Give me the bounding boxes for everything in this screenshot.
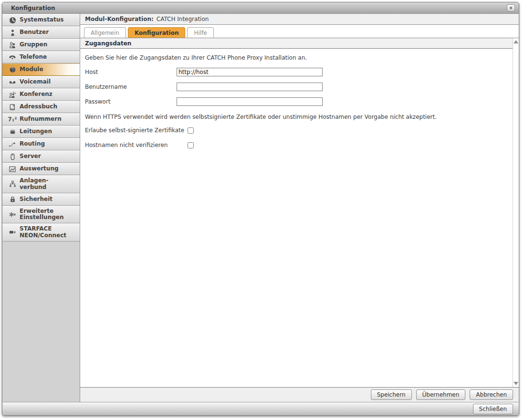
group-icon bbox=[6, 42, 19, 49]
sidebar-item-rufnummern[interactable]: 7₁² Rufnummern bbox=[2, 113, 80, 126]
module-footer: Speichern Übernehmen Abbrechen bbox=[80, 387, 519, 402]
sidebar-item-leitungen[interactable]: Leitungen bbox=[2, 126, 80, 138]
save-button[interactable]: Speichern bbox=[371, 389, 412, 400]
self-signed-cert-checkbox[interactable] bbox=[188, 127, 194, 134]
intro-text: Geben Sie hier die Zugangsdaten zu Ihrer… bbox=[85, 54, 507, 61]
sidebar-item-server[interactable]: Server bbox=[2, 150, 80, 163]
sidebar-item-label: Konferenz bbox=[20, 91, 52, 98]
sidebar-item-label: Voicemail bbox=[20, 79, 51, 85]
sidebar-item-sicherheit[interactable]: Sicherheit bbox=[2, 193, 80, 206]
passwort-label: Passwort bbox=[85, 98, 177, 105]
sidebar-item-label: Gruppen bbox=[20, 42, 47, 48]
passwort-input[interactable] bbox=[177, 97, 323, 106]
network-icon bbox=[6, 180, 19, 188]
voicemail-icon bbox=[6, 79, 19, 86]
tab-bar: Allgemein Konfiguration Hilfe bbox=[80, 25, 519, 38]
module-header-title: Modul-Konfiguration: bbox=[85, 16, 154, 22]
benutzername-label: Benutzername bbox=[85, 84, 177, 90]
main-panel: Modul-Konfiguration: CATCH Integration A… bbox=[80, 14, 519, 402]
cube-icon bbox=[6, 66, 19, 74]
sidebar-item-telefone[interactable]: Telefone bbox=[2, 51, 80, 63]
clock-icon bbox=[6, 17, 19, 24]
sidebar-item-label: STARFACENEON/Connect bbox=[20, 226, 66, 239]
sidebar-item-erweiterte-einstellungen[interactable]: ErweiterteEinstellungen bbox=[2, 206, 80, 224]
routing-icon bbox=[6, 141, 19, 148]
hostname-verify-row: Hostnamen nicht verifizieren bbox=[85, 142, 507, 148]
phone-numbers-icon: 7₁² bbox=[6, 116, 19, 123]
module-header: Modul-Konfiguration: CATCH Integration bbox=[80, 14, 519, 25]
sidebar-item-anlagenverbund[interactable]: Anlagen-verbund bbox=[2, 175, 80, 193]
hostname-verify-checkbox[interactable] bbox=[188, 142, 194, 148]
sidebar-filler bbox=[2, 242, 80, 402]
window-title: Konfiguration bbox=[11, 5, 507, 11]
plug-icon bbox=[6, 128, 19, 136]
configuration-dialog: Konfiguration × Systemstatus Benutzer bbox=[2, 2, 519, 416]
conference-icon bbox=[6, 91, 19, 98]
sidebar-item-benutzer[interactable]: Benutzer bbox=[2, 26, 80, 39]
host-row: Host bbox=[85, 68, 507, 76]
sidebar: Systemstatus Benutzer Gruppen Telefone bbox=[2, 14, 80, 402]
self-signed-cert-row: Erlaube selbst-signierte Zertifikate bbox=[85, 127, 507, 134]
passwort-row: Passwort bbox=[85, 97, 507, 106]
sidebar-item-systemstatus[interactable]: Systemstatus bbox=[2, 14, 80, 26]
video-camera-icon bbox=[6, 229, 19, 236]
hostname-verify-label: Hostnamen nicht verifizieren bbox=[85, 142, 188, 148]
user-icon bbox=[6, 29, 19, 36]
scroll-down-icon[interactable] bbox=[514, 382, 518, 385]
phone-icon bbox=[6, 54, 19, 61]
sidebar-item-routing[interactable]: Routing bbox=[2, 138, 80, 150]
form-area: Geben Sie hier die Zugangsdaten zu Ihrer… bbox=[80, 49, 519, 387]
sidebar-item-label: Sicherheit bbox=[20, 196, 52, 203]
tab-hilfe[interactable]: Hilfe bbox=[187, 27, 213, 38]
sidebar-item-adressbuch[interactable]: Adressbuch bbox=[2, 101, 80, 113]
section-header: Zugangsdaten bbox=[80, 38, 519, 49]
scroll-up-icon[interactable] bbox=[514, 40, 518, 43]
sidebar-item-label: Rufnummern bbox=[20, 116, 62, 123]
tab-content: Zugangsdaten Geben Sie hier die Zugangsd… bbox=[80, 38, 519, 387]
cancel-button[interactable]: Abbrechen bbox=[470, 389, 513, 400]
benutzername-row: Benutzername bbox=[85, 83, 507, 91]
sidebar-item-label: Routing bbox=[20, 141, 45, 147]
advanced-settings-icon bbox=[6, 211, 19, 218]
sidebar-item-module[interactable]: Module bbox=[2, 63, 80, 76]
sidebar-item-label: Telefone bbox=[20, 54, 47, 61]
sidebar-item-label: Leitungen bbox=[20, 128, 52, 135]
module-header-value: CATCH Integration bbox=[157, 16, 209, 22]
sidebar-item-label: Server bbox=[20, 153, 41, 160]
sidebar-item-voicemail[interactable]: Voicemail bbox=[2, 76, 80, 88]
apply-button[interactable]: Übernehmen bbox=[416, 389, 466, 400]
self-signed-cert-label: Erlaube selbst-signierte Zertifikate bbox=[85, 127, 188, 134]
lock-icon bbox=[6, 196, 19, 203]
sidebar-item-label: Anlagen-verbund bbox=[20, 178, 48, 191]
sidebar-item-label: Module bbox=[20, 66, 43, 73]
title-bar: Konfiguration × bbox=[2, 2, 519, 14]
sidebar-item-label: Benutzer bbox=[20, 29, 49, 36]
close-icon[interactable]: × bbox=[507, 4, 515, 11]
sidebar-item-label: Adressbuch bbox=[20, 104, 57, 110]
close-button[interactable]: Schließen bbox=[473, 404, 513, 414]
server-icon bbox=[6, 153, 19, 160]
tab-allgemein[interactable]: Allgemein bbox=[84, 27, 126, 38]
sidebar-item-konferenz[interactable]: Konferenz bbox=[2, 88, 80, 101]
benutzername-input[interactable] bbox=[177, 83, 323, 91]
sidebar-item-label: ErweiterteEinstellungen bbox=[20, 208, 63, 221]
sidebar-item-label: Auswertung bbox=[20, 166, 59, 172]
scrollbar[interactable] bbox=[513, 38, 519, 387]
tab-konfiguration[interactable]: Konfiguration bbox=[128, 27, 186, 38]
host-label: Host bbox=[85, 69, 177, 75]
window-footer: Schließen bbox=[2, 402, 519, 415]
sidebar-item-starface-neon-connect[interactable]: STARFACENEON/Connect bbox=[2, 223, 80, 242]
sidebar-item-label: Systemstatus bbox=[20, 17, 63, 23]
address-book-icon bbox=[6, 104, 19, 111]
host-input[interactable] bbox=[177, 68, 323, 76]
chart-icon bbox=[6, 166, 19, 173]
sidebar-item-auswertung[interactable]: Auswertung bbox=[2, 163, 80, 175]
sidebar-item-gruppen[interactable]: Gruppen bbox=[2, 39, 80, 51]
https-note: Wenn HTTPS verwendet wird werden selbsts… bbox=[85, 114, 507, 120]
